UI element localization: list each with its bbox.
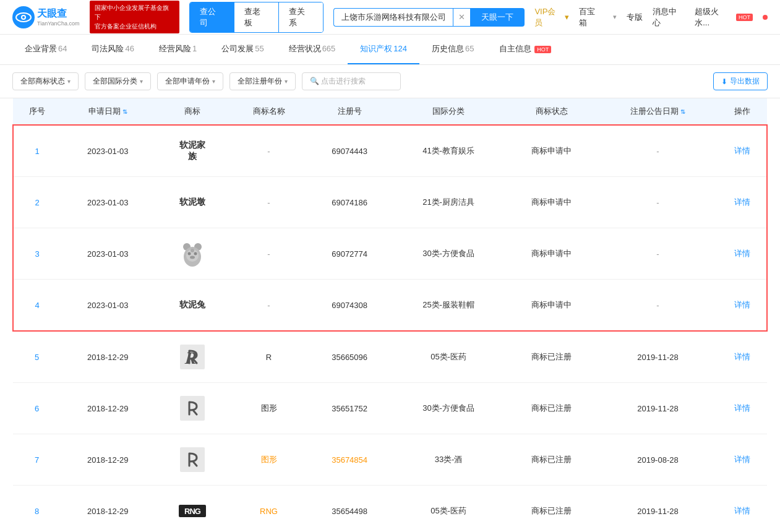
- tab-boss[interactable]: 查老板: [234, 2, 279, 32]
- cell-trademark: [155, 434, 230, 486]
- nav-tab-legal[interactable]: 司法风险46: [79, 35, 146, 64]
- date-sort-icon[interactable]: ⇅: [122, 108, 127, 115]
- cell-action[interactable]: 详情: [718, 434, 767, 486]
- col-header-trademark-name: 商标名称: [230, 98, 307, 125]
- detail-link[interactable]: 详情: [734, 300, 750, 309]
- pro-link[interactable]: 专版: [627, 12, 643, 23]
- nav-tab-ip[interactable]: 知识产权124: [348, 35, 419, 64]
- col-header-date[interactable]: 申请日期 ⇅: [61, 98, 155, 125]
- cell-status: 商标已注册: [505, 434, 598, 486]
- trademark-image: 软泥兔: [177, 290, 208, 320]
- cell-trademark: [155, 383, 230, 434]
- cell-reg-num: 35654498: [307, 486, 392, 533]
- detail-link[interactable]: 详情: [734, 506, 750, 515]
- cell-id: 1: [13, 125, 61, 177]
- detail-link[interactable]: 详情: [734, 249, 750, 258]
- status-filter-arrow: ▾: [67, 78, 71, 85]
- table-search-input[interactable]: 🔍 点击进行搜索: [302, 72, 401, 90]
- intl-class-filter[interactable]: 全部国际分类 ▾: [85, 72, 151, 90]
- logo-icon: [12, 6, 35, 28]
- export-button[interactable]: ⬇ 导出数据: [713, 72, 768, 90]
- nav-tab-history[interactable]: 历史信息65: [419, 35, 486, 64]
- cell-id: 4: [13, 280, 61, 332]
- cell-trademark: R: [155, 331, 230, 383]
- cell-action[interactable]: 详情: [718, 486, 767, 533]
- nav-tab-ops-status[interactable]: 经营状况665: [276, 35, 348, 64]
- detail-link[interactable]: 详情: [734, 352, 750, 361]
- cell-status: 商标申请中: [505, 280, 598, 332]
- cell-trademark-name: R: [230, 331, 307, 383]
- trademark-name-dash: -: [267, 198, 270, 207]
- pub-date-dash: -: [656, 147, 659, 156]
- trademark-name-dash: -: [267, 301, 270, 310]
- trademark-name-dash: -: [267, 147, 270, 156]
- trademark-image: [177, 444, 208, 475]
- hot-badge: HOT: [736, 14, 753, 21]
- row-num: 7: [35, 455, 39, 465]
- cell-date: 2023-01-03: [61, 280, 155, 332]
- cell-pub-date: -: [598, 228, 718, 280]
- r-trademark-logo: R: [177, 341, 208, 372]
- cell-action[interactable]: 详情: [718, 383, 767, 434]
- nav-tab-ops-risk-count: 1: [192, 44, 197, 53]
- row-num: 5: [35, 353, 39, 362]
- cell-action[interactable]: 详情: [718, 177, 767, 228]
- hot-link[interactable]: 超级火水...: [695, 6, 734, 28]
- msg-link[interactable]: 消息中心: [653, 6, 685, 28]
- cell-date: 2023-01-03: [61, 228, 155, 280]
- cell-pub-date: 2019-11-28: [598, 331, 718, 383]
- cell-id: 2: [13, 177, 61, 228]
- nav-tab-self[interactable]: 自主信息 HOT: [487, 35, 564, 64]
- vip-button[interactable]: VIP会员 ▾: [534, 6, 569, 28]
- bear-trademark-image: [177, 238, 208, 269]
- nav-tab-dev[interactable]: 公司发展55: [209, 35, 276, 64]
- cell-action[interactable]: 详情: [718, 331, 767, 383]
- cell-pub-date: -: [598, 125, 718, 177]
- official-badge: 国家中小企业发展子基金旗下 官方备案企业征信机构: [90, 1, 180, 33]
- col-header-id: 序号: [13, 98, 61, 125]
- col-header-pub-date[interactable]: 注册公告日期 ⇅: [598, 98, 718, 125]
- cell-trademark: [155, 228, 230, 280]
- pub-date-sort-icon[interactable]: ⇅: [680, 108, 685, 115]
- pub-date-dash: -: [656, 198, 659, 207]
- nav-tab-background[interactable]: 企业背景64: [12, 35, 79, 64]
- row-num: 1: [35, 147, 40, 156]
- detail-link[interactable]: 详情: [734, 455, 750, 464]
- svg-point-10: [190, 256, 195, 259]
- cell-action[interactable]: 详情: [718, 280, 767, 332]
- trademark-name-orange: RNG: [260, 507, 278, 516]
- baibao-link[interactable]: 百宝箱: [579, 6, 603, 28]
- cell-intl-class: 41类-教育娱乐: [392, 125, 505, 177]
- r-trademark-logo-3: [177, 444, 208, 475]
- export-label: 导出数据: [730, 76, 760, 87]
- detail-link[interactable]: 详情: [734, 197, 750, 207]
- cell-action[interactable]: 详情: [718, 228, 767, 280]
- hot-link-wrapper: 超级火水... HOT: [695, 6, 753, 28]
- cell-status: 商标已注册: [505, 486, 598, 533]
- reg-year-filter[interactable]: 全部注册年份 ▾: [229, 72, 296, 90]
- nav-tab-ops-status-count: 665: [322, 44, 336, 53]
- detail-link[interactable]: 详情: [734, 146, 750, 155]
- detail-link[interactable]: 详情: [734, 403, 750, 413]
- cell-trademark: RNG: [155, 486, 230, 533]
- tab-company[interactable]: 查公司: [190, 2, 234, 32]
- apply-year-filter[interactable]: 全部申请年份 ▾: [157, 72, 223, 90]
- table-row: 2 2023-01-03 软泥墩 - 69074186 21类-厨房洁具 商标申…: [13, 177, 767, 228]
- status-filter[interactable]: 全部商标状态 ▾: [12, 72, 79, 90]
- cell-pub-date: -: [598, 280, 718, 332]
- cell-pub-date: -: [598, 177, 718, 228]
- tab-relation[interactable]: 查关系: [279, 2, 323, 32]
- cell-action[interactable]: 详情: [718, 125, 767, 177]
- cell-trademark-name: -: [230, 280, 307, 332]
- cell-id: 8: [13, 486, 61, 533]
- col-header-reg-num: 注册号: [307, 98, 392, 125]
- trademark-name-orange: 图形: [261, 455, 277, 464]
- row-num: 6: [35, 404, 39, 413]
- logo-text: 天眼查: [37, 7, 80, 20]
- table-row: 4 2023-01-03 软泥兔 - 69074308 25类-服装鞋帽 商标申…: [13, 280, 767, 332]
- cell-intl-class: 33类-酒: [392, 434, 505, 486]
- search-input[interactable]: [333, 8, 453, 27]
- search-button[interactable]: 天眼一下: [470, 8, 525, 27]
- nav-tab-ops-risk[interactable]: 经营风险1: [147, 35, 209, 64]
- search-clear-button[interactable]: ✕: [453, 8, 470, 27]
